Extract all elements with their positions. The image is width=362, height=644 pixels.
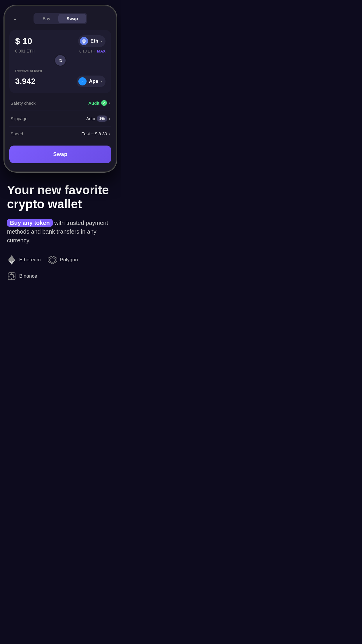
speed-value: Fast ~ $ 8.30 › [81,131,110,136]
max-button[interactable]: MAX [97,49,106,53]
balance-info: 0.13 ETH MAX [79,49,106,53]
chain-list: Ethereum Polygon [7,255,114,281]
bottom-content: Your new favorite crypto wallet Buy any … [0,172,121,293]
svg-text:A: A [82,80,84,83]
chain-item-binance: Binance [7,272,37,281]
polygon-label: Polygon [60,257,78,263]
polygon-icon [48,255,57,265]
safety-check-row[interactable]: Safety check Audit ✓ › [9,95,111,111]
slippage-label: Slippage [10,116,27,121]
audit-text: Audit [88,101,99,106]
eth-icon [80,37,88,45]
info-section: Safety check Audit ✓ › Slippage Auto 1% … [9,93,111,141]
tab-group: Buy Swap [34,13,87,24]
svg-rect-5 [10,274,13,278]
binance-label: Binance [19,273,37,279]
slippage-badge: 1% [97,116,107,122]
swap-button[interactable]: Swap [9,146,111,163]
from-amount-eth: 0.001 ETH [15,49,35,53]
slippage-chevron-icon: › [109,116,110,121]
safety-chevron-icon: › [109,101,110,105]
speed-label: Speed [10,131,23,136]
chevron-down-icon[interactable]: ⌄ [13,15,17,22]
binance-icon [7,272,16,281]
chain-item-ethereum: Ethereum [7,255,41,265]
slippage-value: Auto 1% › [86,116,110,122]
svg-marker-3 [50,258,55,263]
audit-check-icon: ✓ [101,100,107,106]
from-chevron-icon: › [101,39,102,43]
headline: Your new favorite crypto wallet [7,183,114,211]
from-token-selector[interactable]: Eth › [78,35,106,47]
safety-check-label: Safety check [10,101,36,106]
to-token-selector[interactable]: A Ape › [77,76,106,87]
tab-swap[interactable]: Swap [58,14,86,23]
ape-icon: A [78,77,87,85]
receive-label: Receive at least [15,69,106,73]
slippage-row[interactable]: Slippage Auto 1% › [9,111,111,127]
ethereum-label: Ethereum [19,257,41,263]
swap-arrows-icon: ⇅ [59,58,62,63]
top-nav: Buy Swap [9,13,111,24]
tab-buy[interactable]: Buy [34,14,58,23]
speed-chevron-icon: › [109,132,110,136]
description: Buy any token with trusted payment metho… [7,218,114,245]
safety-check-value: Audit ✓ › [88,100,110,106]
to-token-name: Ape [89,78,98,84]
receive-amount: 3.942 [15,77,36,86]
description-highlight: Buy any token [7,219,53,227]
ethereum-icon [7,255,16,265]
speed-row[interactable]: Speed Fast ~ $ 8.30 › [9,127,111,141]
to-chevron-icon: › [101,79,102,84]
from-amount-usd: $ 10 [15,36,32,46]
chain-item-polygon: Polygon [48,255,78,265]
speed-text: Fast ~ $ 8.30 [81,131,107,136]
swap-arrow-container: ⇅ [9,54,111,66]
slippage-mode: Auto [86,116,95,121]
from-token-name: Eth [90,38,98,44]
swap-direction-button[interactable]: ⇅ [54,54,66,66]
phone-mockup: ⌄ Buy Swap $ 10 Eth › [5,6,116,172]
swap-to-section: Receive at least 3.942 A Ape › [9,62,111,93]
swap-card: $ 10 Eth › 0.001 ETH 0.13 ETH MAX [9,30,111,93]
balance-text: 0.13 ETH [79,49,95,53]
